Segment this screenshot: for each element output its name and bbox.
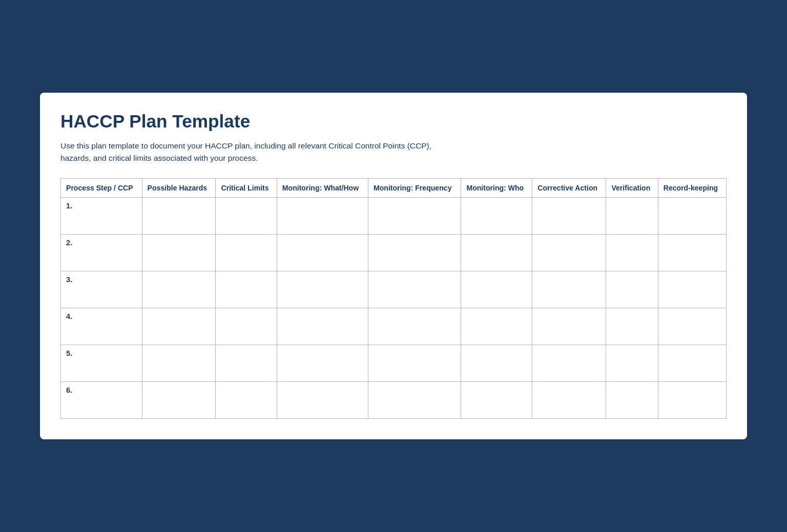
col-header-process-step: Process Step / CCP [61,178,142,197]
table-row: 3. [61,271,727,308]
haccp-card: HACCP Plan Template Use this plan templa… [40,93,747,439]
col-header-monitoring-what: Monitoring: What/How [277,178,368,197]
table-header-row: Process Step / CCPPossible HazardsCritic… [61,178,727,197]
cell-row6-monitoring-who [461,381,532,418]
cell-row6-critical-limits [216,381,277,418]
cell-row5-possible-hazards [142,345,216,381]
cell-row6-verification [606,381,658,418]
cell-row4-process-step: 4. [61,308,142,345]
col-header-recordkeeping: Record-keeping [658,178,726,197]
cell-row2-verification [606,234,658,271]
cell-row6-recordkeeping [658,381,726,418]
cell-row3-verification [606,271,658,308]
cell-row1-monitoring-frequency [368,197,461,234]
cell-row1-recordkeeping [658,197,726,234]
table-row: 5. [61,345,727,381]
cell-row2-monitoring-what [277,234,368,271]
cell-row3-corrective-action [532,271,606,308]
cell-row2-monitoring-frequency [368,234,461,271]
cell-row4-critical-limits [216,308,277,345]
cell-row4-monitoring-frequency [368,308,461,345]
cell-row1-monitoring-who [461,197,532,234]
table-row: 4. [61,308,727,345]
cell-row1-critical-limits [216,197,277,234]
cell-row5-process-step: 5. [61,345,142,381]
cell-row4-monitoring-who [461,308,532,345]
cell-row3-monitoring-what [277,271,368,308]
cell-row6-monitoring-what [277,381,368,418]
col-header-verification: Verification [606,178,658,197]
cell-row2-critical-limits [216,234,277,271]
col-header-corrective-action: Corrective Action [532,178,606,197]
cell-row2-recordkeeping [658,234,726,271]
cell-row5-monitoring-what [277,345,368,381]
cell-row5-monitoring-who [461,345,532,381]
cell-row6-possible-hazards [142,381,216,418]
cell-row3-monitoring-frequency [368,271,461,308]
cell-row4-monitoring-what [277,308,368,345]
col-header-monitoring-who: Monitoring: Who [461,178,532,197]
cell-row2-possible-hazards [142,234,216,271]
cell-row5-recordkeeping [658,345,726,381]
cell-row2-process-step: 2. [61,234,142,271]
cell-row1-process-step: 1. [61,197,142,234]
cell-row4-corrective-action [532,308,606,345]
cell-row3-critical-limits [216,271,277,308]
page-description: Use this plan template to document your … [60,140,450,164]
cell-row1-possible-hazards [142,197,216,234]
col-header-possible-hazards: Possible Hazards [142,178,216,197]
table-row: 6. [61,381,727,418]
cell-row2-monitoring-who [461,234,532,271]
table-row: 1. [61,197,727,234]
haccp-table: Process Step / CCPPossible HazardsCritic… [60,178,727,419]
col-header-critical-limits: Critical Limits [216,178,277,197]
cell-row3-monitoring-who [461,271,532,308]
cell-row4-possible-hazards [142,308,216,345]
cell-row6-corrective-action [532,381,606,418]
cell-row5-critical-limits [216,345,277,381]
cell-row2-corrective-action [532,234,606,271]
cell-row6-monitoring-frequency [368,381,461,418]
cell-row3-possible-hazards [142,271,216,308]
cell-row5-verification [606,345,658,381]
cell-row4-recordkeeping [658,308,726,345]
cell-row3-process-step: 3. [61,271,142,308]
cell-row6-process-step: 6. [61,381,142,418]
cell-row1-verification [606,197,658,234]
col-header-monitoring-frequency: Monitoring: Frequency [368,178,461,197]
cell-row5-monitoring-frequency [368,345,461,381]
cell-row5-corrective-action [532,345,606,381]
table-row: 2. [61,234,727,271]
cell-row4-verification [606,308,658,345]
cell-row3-recordkeeping [658,271,726,308]
cell-row1-corrective-action [532,197,606,234]
cell-row1-monitoring-what [277,197,368,234]
page-title: HACCP Plan Template [60,111,727,132]
